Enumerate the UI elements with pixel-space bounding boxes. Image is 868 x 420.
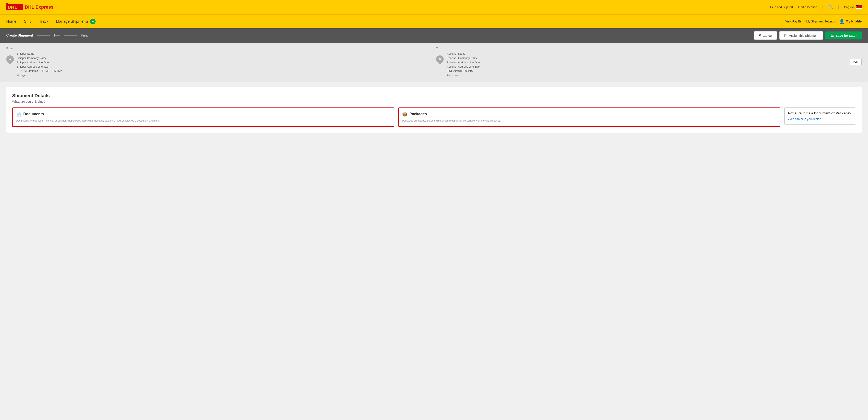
assign-shipment-button[interactable]: 📋 Assign this Shipment <box>779 31 823 40</box>
to-address2: Receiver Address Line Two <box>446 65 480 69</box>
nav-ship[interactable]: Ship <box>24 18 32 25</box>
save-icon: 💾 <box>830 34 834 37</box>
logo-area: DHL DHL Express <box>6 3 54 11</box>
from-address1: Shipper Address Line One <box>17 60 62 65</box>
breadcrumb-pay: Pay <box>54 34 60 37</box>
from-company: Shipper Company Name <box>17 56 62 60</box>
to-name: Receiver Name <box>446 52 480 56</box>
cancel-label: Cancel <box>763 34 772 37</box>
svg-text:DHL: DHL <box>7 4 17 10</box>
nav-manage-shipments: Manage Shipments <box>56 18 88 25</box>
shipment-details-card: Shipment Details What are you shipping? … <box>6 87 862 133</box>
nav-home[interactable]: Home <box>6 18 17 25</box>
action-buttons: ✖ Cancel 📋 Assign this Shipment 💾 Save f… <box>754 31 862 40</box>
edit-address-button[interactable]: Edit <box>850 59 862 65</box>
cancel-icon: ✖ <box>758 34 761 37</box>
to-block: To B Receiver Name Receiver Company Name… <box>436 47 862 78</box>
svg-rect-9 <box>856 9 862 9</box>
from-to-grid: From A Shipper Name Shipper Company Name… <box>6 47 862 78</box>
from-address2: Shipper Address Line Two <box>17 65 62 69</box>
documents-label: Documents <box>23 112 44 116</box>
help-title: Not sure if it's a Document or Package? <box>788 111 852 115</box>
packages-icon: 📦 <box>402 112 407 117</box>
top-bar-right: Help and Support Find a location | 🔍 | E… <box>770 5 862 9</box>
profile-icon: 👤 <box>839 19 844 24</box>
svg-rect-7 <box>856 7 862 8</box>
shipment-type-grid: 📄 Documents Documents include legal, fin… <box>12 107 856 127</box>
help-link-label: We can help you decide <box>790 117 821 121</box>
packages-header: 📦 Packages <box>402 112 776 117</box>
documents-header: 📄 Documents <box>16 112 390 117</box>
brand-name: DHL Express <box>25 4 54 10</box>
from-pin: A <box>5 54 16 65</box>
divider: | <box>822 5 823 9</box>
divider2: | <box>838 5 839 9</box>
main-content: Shipment Details What are you shipping? … <box>0 82 868 138</box>
svg-point-12 <box>857 6 858 6</box>
breadcrumb-line-2 <box>64 35 77 36</box>
shipments-badge: 0 <box>90 19 96 24</box>
profile-area[interactable]: 👤 My Profile <box>839 19 862 24</box>
documents-card[interactable]: 📄 Documents Documents include legal, fin… <box>12 107 394 127</box>
svg-rect-2 <box>6 3 8 4</box>
shipment-details-subtitle: What are you shipping? <box>12 100 856 103</box>
breadcrumb-print: Print <box>81 34 88 37</box>
nav-track[interactable]: Track <box>39 18 48 25</box>
my-profile-label: My Profile <box>846 20 862 23</box>
from-country: Malaysia <box>17 73 62 78</box>
to-city: SINGAPORE 535215 <box>446 69 480 73</box>
view-pay-bill-link[interactable]: View/Pay Bill <box>785 20 802 23</box>
help-card: Not sure if it's a Document or Package? … <box>784 107 856 125</box>
from-city: KUALA LUMPUR K. LUMPUR 50672 <box>17 69 62 73</box>
language-label: English <box>844 5 855 9</box>
breadcrumb-line-1 <box>37 35 50 36</box>
from-name: Shipper Name <box>17 52 62 56</box>
nav-bar: Home Ship Track Manage Shipments 0 View/… <box>0 15 868 28</box>
documents-description: Documents include legal, financial or bu… <box>16 119 390 123</box>
shipment-settings-link[interactable]: My Shipment Settings <box>806 20 835 23</box>
to-pin: B <box>435 54 445 65</box>
save-for-later-button[interactable]: 💾 Save for Later <box>825 31 862 39</box>
to-company: Receiver Company Name <box>446 56 480 60</box>
cancel-button[interactable]: ✖ Cancel <box>754 31 777 40</box>
nav-manage-shipments-wrap[interactable]: Manage Shipments 0 <box>56 18 96 25</box>
save-label: Save for Later <box>836 34 857 37</box>
dhl-logo-svg: DHL <box>6 3 23 11</box>
nav-right: View/Pay Bill My Shipment Settings 👤 My … <box>785 19 862 24</box>
to-details: Receiver Name Receiver Company Name Rece… <box>446 52 480 78</box>
search-icon[interactable]: 🔍 <box>828 5 833 9</box>
documents-icon: 📄 <box>16 112 21 117</box>
assign-icon: 📋 <box>784 34 788 37</box>
to-label: To <box>436 47 480 50</box>
breadcrumb: Create Shipment Pay Print <box>6 34 88 37</box>
top-bar: DHL DHL Express Help and Support Find a … <box>0 0 868 15</box>
action-bar: Create Shipment Pay Print ✖ Cancel 📋 Ass… <box>0 28 868 43</box>
help-support-link[interactable]: Help and Support <box>770 5 793 9</box>
svg-rect-8 <box>856 8 862 9</box>
packages-card[interactable]: 📦 Packages Packages are goods, merchandi… <box>398 107 780 127</box>
breadcrumb-create: Create Shipment <box>6 34 33 37</box>
packages-label: Packages <box>409 112 427 116</box>
help-arrow-icon: › <box>788 117 789 121</box>
language-selector[interactable]: English <box>844 5 862 9</box>
nav-left: Home Ship Track Manage Shipments 0 <box>6 18 96 25</box>
dhl-logo[interactable]: DHL DHL Express <box>6 3 54 11</box>
shipment-details-title: Shipment Details <box>12 93 856 98</box>
assign-label: Assign this Shipment <box>789 34 818 37</box>
from-to-section: From A Shipper Name Shipper Company Name… <box>0 43 868 82</box>
from-block: From A Shipper Name Shipper Company Name… <box>6 47 432 78</box>
packages-description: Packages are goods, merchandise or commo… <box>402 119 776 123</box>
help-decide-link[interactable]: › We can help you decide <box>788 117 852 121</box>
from-details: Shipper Name Shipper Company Name Shippe… <box>17 52 62 78</box>
to-address1: Receiver Address Line One <box>446 60 480 65</box>
find-location-link[interactable]: Find a location <box>798 5 817 9</box>
from-label: From <box>6 47 62 50</box>
to-country: Singapore <box>446 73 480 78</box>
malaysia-flag-icon <box>856 5 862 9</box>
